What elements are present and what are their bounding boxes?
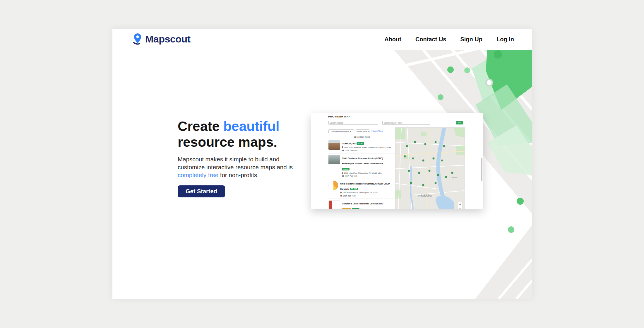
main-nav: About Contact Us Sign Up Log In [384,29,514,50]
provider-address: 2901 Island Ave, Philadelphia, PA 19153,… [342,172,395,174]
location-pin-icon [342,172,343,174]
map-marker[interactable] [441,160,443,161]
header: Mapscout About Contact Us Sign Up Log In [112,29,532,50]
nav-contact-us[interactable]: Contact Us [415,36,446,43]
provider-thumbnail [328,200,340,209]
hero-body-text-end: for non-profits. [218,172,259,178]
provider-list-item[interactable]: Child Guidance Resource Center (CGRC) Ph… [328,153,395,179]
provider-list-item[interactable]: COMHAR, IncTF-CBT 2600 North American St… [328,139,395,153]
provider-badge: TF-CBT [352,208,359,209]
map-marker[interactable] [412,158,414,159]
provider-thumbnail [328,140,340,150]
map-marker[interactable] [422,184,424,186]
service-type-dropdown[interactable]: Service Type [356,129,369,133]
landing-page: Mapscout About Contact Us Sign Up Log In… [112,29,532,299]
provider-thumbnail [328,180,338,190]
location-pin-icon [342,146,343,148]
nav-sign-up[interactable]: Sign Up [460,36,482,43]
phone-icon [342,149,344,151]
map-pin-logo-icon [133,33,143,45]
brand-name: Mapscout [145,33,191,45]
hero-body-text: Mapscout makes it simple to build and cu… [178,156,293,170]
provider-phone: (267) 713-4100 [340,195,395,197]
get-started-button[interactable]: Get Started [178,185,225,197]
provider-name: Child Guidance Resource Center(CGRC) at … [340,182,390,190]
map-marker[interactable] [406,145,408,147]
hero-title-pre: Create [178,119,223,134]
search-provider-name-input[interactable] [382,121,430,125]
nav-about[interactable]: About [384,36,401,43]
provider-list-item[interactable]: Child Guidance Resource Center(CGRC) at … [328,179,395,199]
zoom-in-button[interactable]: + [459,203,461,206]
map-marker[interactable] [451,172,453,174]
provider-phone: (215) 739-2669 [342,149,395,151]
provider-badge: PA-CARE [342,208,351,209]
map-marker[interactable] [429,170,430,172]
provider-address: 2600 North American Street, Philadelphia… [342,146,395,148]
map-marker[interactable] [404,156,406,157]
provider-address: 4865 Market Street, Philadelphia, PA 191… [340,192,395,194]
map-marker[interactable] [408,170,410,172]
provided-languages-label: Provided Language(s) [332,130,350,132]
hero-section: Create beautiful resource maps. Mapscout… [178,118,305,197]
zoom-control[interactable]: + − [458,202,462,209]
provider-thumbnail [328,155,340,164]
nav-log-in[interactable]: Log In [496,36,514,43]
map-neighbor-label: Camden [451,177,458,178]
map-canvas: Philadelphia Camden + − [395,128,465,209]
provider-badge: TF-CBT [357,142,364,145]
provider-map-title: PROVIDER MAP [328,115,351,118]
map-marker[interactable] [410,182,412,184]
map-marker[interactable] [433,158,434,159]
map-marker[interactable] [437,174,439,176]
provider-phone: (267) 713-4100 [342,175,395,177]
map-marker[interactable] [424,143,426,145]
provider-name: Child Guidance Resource Center (CGRC) Ph… [342,157,383,165]
location-pin-icon [340,192,342,194]
map-marker[interactable] [414,141,416,143]
brand-logo[interactable]: Mapscout [133,33,191,45]
hero-title-line2: resource maps. [178,134,277,150]
map-city-label: Philadelphia [418,194,432,197]
provider-name: Children's Crisis Treatment Center(CcTC) [342,202,383,205]
phone-icon [342,175,344,177]
map-marker[interactable] [435,141,436,143]
zoom-out-button[interactable]: − [459,207,461,209]
results-count: 21 providers found [328,136,395,138]
hero-body: Mapscout makes it simple to build and cu… [178,155,305,179]
provider-list-item[interactable]: Children's Crisis Treatment Center(CcTC)… [328,199,395,209]
provider-badge: TF-CBT [350,188,358,190]
hero-title-highlight: beautiful [223,119,280,134]
phone-icon [340,195,342,197]
provider-list: COMHAR, IncTF-CBT 2600 North American St… [328,139,395,209]
map-marker[interactable] [422,160,424,161]
provider-badge: TF-CBT [342,168,350,170]
map-marker[interactable] [435,182,436,184]
search-zipcode-input[interactable] [328,121,378,125]
provider-name: COMHAR, Inc [342,142,356,145]
hide-button[interactable]: Hide [456,121,463,124]
completely-free-link[interactable]: completely free [178,172,218,178]
service-type-label: Service Type [357,130,367,132]
map-marker[interactable] [445,176,447,178]
more-filters-link[interactable]: + More Filters [371,130,383,132]
map-marker[interactable] [418,172,420,174]
list-scrollbar[interactable] [481,158,482,181]
hero-title: Create beautiful resource maps. [178,118,305,150]
app-preview-card: PROVIDER MAP Hide Provided Language(s) S… [311,113,483,209]
map-marker[interactable] [443,145,445,147]
provided-languages-dropdown[interactable]: Provided Language(s) [328,129,354,133]
provider-map[interactable]: Philadelphia Camden + − [395,127,465,209]
